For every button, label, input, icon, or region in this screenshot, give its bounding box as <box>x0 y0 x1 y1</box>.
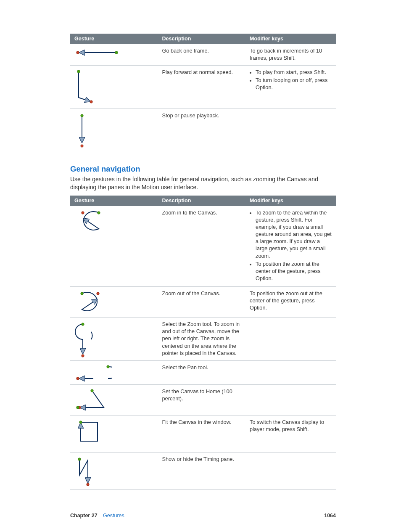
desc-cell: Fit the Canvas in the window. <box>158 416 246 453</box>
modifier-cell <box>245 318 336 361</box>
gesture-table-navigation: Gesture Description Modifier keys Zoom i… <box>70 196 336 490</box>
page-footer: Chapter 27 Gestures 1064 <box>70 509 336 519</box>
table-row: Select the Pan tool. <box>70 361 336 385</box>
modifier-list: To play from start, press Shift. To turn… <box>250 69 332 91</box>
table-row: Zoom in to the Canvas. To zoom to the ar… <box>70 206 336 287</box>
table-row: Select the Zoom tool. To zoom in and out… <box>70 318 336 361</box>
table-row: Stop or pause playback. <box>70 109 336 152</box>
gesture-zoom-out-icon <box>74 289 108 315</box>
header-modifier-keys: Modifier keys <box>245 34 336 44</box>
list-item: To play from start, press Shift. <box>256 69 332 76</box>
section-intro: Use the gestures in the following table … <box>70 175 336 191</box>
desc-cell: Show or hide the Timing pane. <box>158 453 246 490</box>
section-title-general-navigation: General navigation <box>70 164 336 175</box>
header-description: Description <box>158 34 246 44</box>
desc-cell: Zoom in to the Canvas. <box>158 206 246 287</box>
list-item: To zoom to the area within the gesture, … <box>256 209 332 260</box>
desc-cell: Play forward at normal speed. <box>158 66 246 109</box>
desc-cell: Stop or pause playback. <box>158 109 246 152</box>
gesture-fit-window-icon <box>74 418 104 450</box>
list-item: To position the zoom at the center of th… <box>256 261 332 282</box>
list-item: To turn looping on or off, press Option. <box>256 77 332 91</box>
desc-cell: Set the Canvas to Home (100 percent). <box>158 385 246 416</box>
desc-cell: Select the Pan tool. <box>158 361 246 385</box>
modifier-cell <box>245 361 336 385</box>
table-row: Zoom out of the Canvas. To position the … <box>70 287 336 318</box>
gesture-pan-tool-icon <box>74 363 112 382</box>
header-modifier-keys: Modifier keys <box>245 196 336 206</box>
page-number: 1064 <box>324 512 336 519</box>
desc-cell: Zoom out of the Canvas. <box>158 287 246 318</box>
table-row: Fit the Canvas in the window. To switch … <box>70 416 336 453</box>
desc-cell: Go back one frame. <box>158 44 246 66</box>
gesture-zoom-in-icon <box>74 209 108 234</box>
gesture-stop-playback-icon <box>74 111 91 149</box>
table-row: Play forward at normal speed. To play fr… <box>70 66 336 109</box>
desc-cell: Select the Zoom tool. To zoom in and out… <box>158 318 246 361</box>
modifier-cell: To go back in increments of 10 frames, p… <box>245 44 336 66</box>
table-row: Set the Canvas to Home (100 percent). <box>70 385 336 416</box>
modifier-cell <box>245 109 336 152</box>
gesture-zoom-tool-icon <box>74 320 100 358</box>
gesture-play-forward-icon <box>74 68 104 106</box>
modifier-cell <box>245 453 336 490</box>
footer-chapter-link[interactable]: Gestures <box>103 513 124 519</box>
gesture-table-playback: Gesture Description Modifier keys Go bac… <box>70 34 336 152</box>
modifier-cell: To position the zoom out at the center o… <box>245 287 336 318</box>
modifier-cell <box>245 385 336 416</box>
table-row: Go back one frame. To go back in increme… <box>70 44 336 66</box>
header-gesture: Gesture <box>70 34 158 44</box>
modifier-cell: To switch the Canvas display to player m… <box>245 416 336 453</box>
table-row: Show or hide the Timing pane. <box>70 453 336 490</box>
gesture-timing-pane-icon <box>74 455 104 487</box>
header-description: Description <box>158 196 246 206</box>
header-gesture: Gesture <box>70 196 158 206</box>
modifier-list: To zoom to the area within the gesture, … <box>250 209 332 282</box>
gesture-home-100-icon <box>74 387 112 413</box>
footer-chapter-label: Chapter 27 <box>70 513 98 519</box>
gesture-go-back-one-frame-icon <box>74 47 121 58</box>
